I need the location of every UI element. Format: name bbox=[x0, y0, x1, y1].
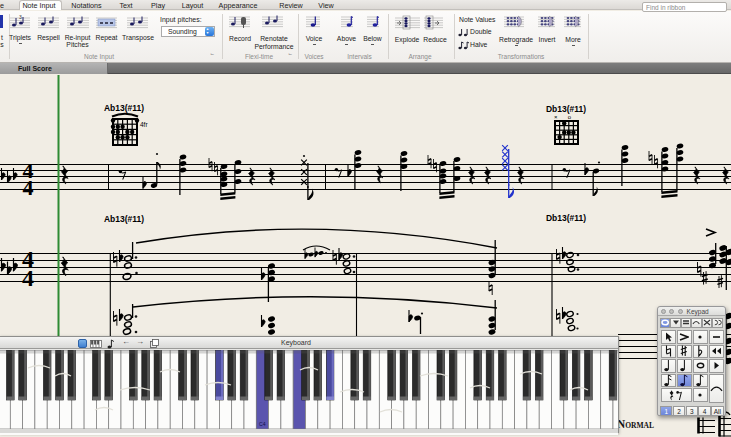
svg-text:Ab13(#11): Ab13(#11) bbox=[104, 213, 144, 224]
svg-text:×: × bbox=[554, 114, 558, 120]
svg-text:3: 3 bbox=[19, 15, 22, 20]
svg-text:o: o bbox=[568, 114, 572, 120]
svg-text:C4: C4 bbox=[259, 421, 266, 427]
svg-text:4: 4 bbox=[22, 265, 34, 291]
svg-text:Db13(#11): Db13(#11) bbox=[546, 212, 586, 223]
svg-text:4: 4 bbox=[23, 175, 34, 200]
svg-text:Ab13(#11): Ab13(#11) bbox=[104, 102, 144, 113]
svg-text:Normal: Normal bbox=[617, 417, 654, 431]
svg-text:4fr: 4fr bbox=[140, 121, 148, 128]
svg-text:Db13(#11): Db13(#11) bbox=[546, 103, 586, 114]
